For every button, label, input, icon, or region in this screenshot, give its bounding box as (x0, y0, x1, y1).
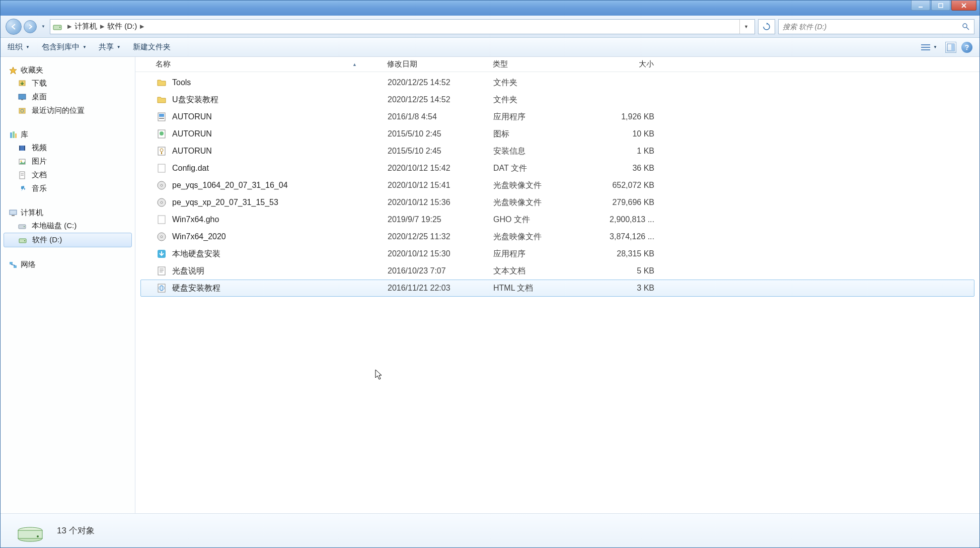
file-type: 光盘映像文件 (488, 232, 594, 242)
svg-point-34 (24, 240, 25, 241)
file-row[interactable]: Config.dat2020/10/12 15:42DAT 文件36 KB (140, 160, 974, 177)
file-name: 光盘说明 (172, 266, 204, 277)
sidebar-recent[interactable]: 最近访问的位置 (1, 104, 135, 117)
file-row[interactable]: pe_yqs_1064_20_07_31_16_042020/10/12 15:… (140, 177, 974, 194)
view-mode-button[interactable]: ▼ (918, 43, 940, 52)
svg-rect-39 (159, 114, 164, 117)
svg-point-53 (161, 236, 163, 238)
file-row[interactable]: 本地硬盘安装2020/10/12 15:30应用程序28,315 KB (140, 245, 974, 262)
nav-history-dropdown[interactable]: ▼ (40, 19, 47, 35)
svg-point-48 (161, 184, 163, 186)
file-date: 2016/11/21 22:03 (383, 284, 488, 293)
column-size[interactable]: 大小 (593, 59, 659, 69)
file-icon (156, 146, 167, 157)
file-name: AUTORUN (172, 112, 212, 121)
file-row[interactable]: Tools2020/12/25 14:52文件夹 (140, 74, 974, 91)
file-icon (156, 214, 167, 225)
file-row[interactable]: U盘安装教程2020/12/25 14:52文件夹 (140, 91, 974, 108)
file-rows: Tools2020/12/25 14:52文件夹U盘安装教程2020/12/25… (135, 72, 979, 513)
svg-rect-18 (10, 132, 12, 138)
file-icon (156, 180, 167, 191)
sort-asc-icon: ▲ (352, 62, 357, 67)
file-type: 应用程序 (488, 249, 594, 259)
file-row[interactable]: pe_yqs_xp_20_07_31_15_532020/10/12 15:36… (140, 194, 974, 211)
svg-rect-19 (13, 131, 15, 138)
svg-point-5 (59, 27, 60, 28)
address-dropdown[interactable]: ▼ (739, 20, 752, 34)
file-size: 3 KB (594, 284, 659, 293)
file-list: 名称▲ 修改日期 类型 大小 Tools2020/12/25 14:52文件夹U… (135, 57, 979, 513)
file-row[interactable]: Win7x64_20202020/12/25 11:32光盘映像文件3,874,… (140, 228, 974, 245)
file-row[interactable]: AUTORUN2015/5/10 2:45图标10 KB (140, 125, 974, 143)
document-icon (18, 171, 27, 180)
forward-button[interactable] (24, 20, 37, 33)
back-button[interactable] (6, 19, 22, 35)
search-box[interactable] (778, 19, 974, 34)
recent-icon (18, 106, 27, 115)
svg-point-6 (963, 24, 967, 28)
explorer-window: ▼ ▶ 计算机 ▶ 软件 (D:) ▶ ▼ 组织▼ 包含到库中▼ 共享▼ 新 (0, 0, 980, 548)
new-folder-button[interactable]: 新建文件夹 (133, 42, 171, 52)
breadcrumb-computer[interactable]: 计算机 (74, 22, 97, 31)
file-size: 28,315 KB (594, 249, 659, 258)
file-name: Win7x64.gho (172, 215, 219, 224)
sidebar-network[interactable]: 网络 (1, 258, 135, 271)
file-name: pe_yqs_xp_20_07_31_15_53 (172, 198, 278, 207)
svg-rect-10 (921, 49, 930, 50)
file-row[interactable]: 光盘说明2016/10/23 7:07文本文档5 KB (140, 262, 974, 280)
refresh-button[interactable] (758, 19, 775, 34)
organize-menu[interactable]: 组织▼ (8, 42, 30, 52)
include-library-menu[interactable]: 包含到库中▼ (42, 42, 87, 52)
file-row[interactable]: Win7x64.gho2019/9/7 19:25GHO 文件2,900,813… (140, 211, 974, 228)
file-row[interactable]: AUTORUN2015/5/10 2:45安装信息1 KB (140, 143, 974, 160)
preview-pane-button[interactable] (945, 42, 956, 53)
file-name: 硬盘安装教程 (172, 283, 220, 294)
sidebar-documents[interactable]: 文档 (1, 168, 135, 182)
svg-rect-30 (12, 215, 15, 216)
file-date: 2020/10/12 15:42 (383, 164, 488, 173)
sidebar-music[interactable]: 音乐 (1, 182, 135, 195)
file-row[interactable]: 硬盘安装教程2016/11/21 22:03HTML 文档3 KB (140, 280, 974, 297)
status-text: 13 个对象 (57, 525, 95, 536)
svg-rect-29 (10, 210, 17, 215)
sidebar-favorites[interactable]: 收藏夹 (1, 64, 135, 77)
sidebar-local-disk-c[interactable]: 本地磁盘 (C:) (1, 219, 135, 233)
file-name: Config.dat (172, 164, 209, 173)
sidebar-downloads[interactable]: 下载 (1, 77, 135, 90)
network-icon (9, 260, 18, 269)
file-date: 2015/5/10 2:45 (383, 129, 488, 139)
download-icon (18, 79, 27, 88)
sidebar-pictures[interactable]: 图片 (1, 155, 135, 168)
file-type: 图标 (488, 129, 594, 140)
svg-rect-20 (15, 133, 17, 138)
file-type: GHO 文件 (488, 215, 594, 225)
column-date[interactable]: 修改日期 (382, 59, 488, 69)
sidebar-desktop[interactable]: 桌面 (1, 90, 135, 104)
svg-point-65 (37, 535, 39, 537)
search-input[interactable] (783, 23, 970, 31)
svg-rect-64 (18, 530, 42, 538)
drive-large-icon (16, 518, 45, 543)
desktop-icon (18, 93, 27, 102)
file-type: DAT 文件 (488, 163, 594, 174)
column-type[interactable]: 类型 (488, 59, 593, 69)
file-date: 2020/10/12 15:41 (383, 181, 488, 190)
file-type: 光盘映像文件 (488, 180, 594, 191)
file-icon (156, 128, 167, 140)
sidebar-libraries[interactable]: 库 (1, 128, 135, 141)
svg-line-7 (966, 27, 969, 30)
sidebar-software-disk-d[interactable]: 软件 (D:) (4, 233, 132, 247)
breadcrumb[interactable]: ▶ 计算机 ▶ 软件 (D:) ▶ ▼ (50, 19, 755, 34)
status-bar: 13 个对象 (1, 513, 979, 547)
svg-point-32 (24, 226, 25, 227)
share-menu[interactable]: 共享▼ (99, 42, 121, 52)
column-name[interactable]: 名称▲ (150, 59, 382, 69)
sidebar-computer[interactable]: 计算机 (1, 207, 135, 219)
breadcrumb-drive[interactable]: 软件 (D:) (107, 22, 137, 31)
help-button[interactable]: ? (961, 42, 972, 53)
navigation-pane: 收藏夹 下载 桌面 最近访问的位置 库 视频 图片 文档 音乐 计算机 (1, 57, 135, 513)
file-row[interactable]: AUTORUN2016/1/8 4:54应用程序1,926 KB (140, 108, 974, 125)
file-date: 2020/10/12 15:30 (383, 249, 488, 258)
sidebar-videos[interactable]: 视频 (1, 141, 135, 155)
file-date: 2015/5/10 2:45 (383, 147, 488, 156)
